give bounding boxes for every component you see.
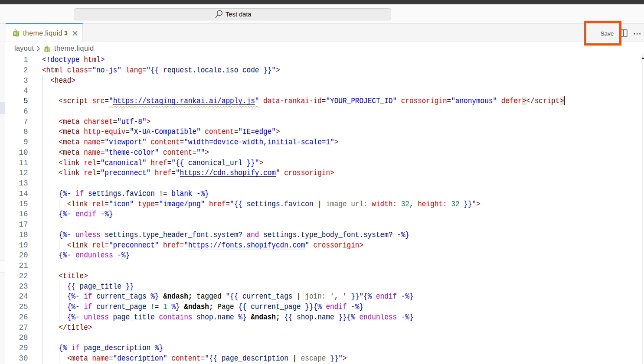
svg-text:S: S: [14, 32, 16, 36]
svg-text:S: S: [46, 47, 48, 52]
